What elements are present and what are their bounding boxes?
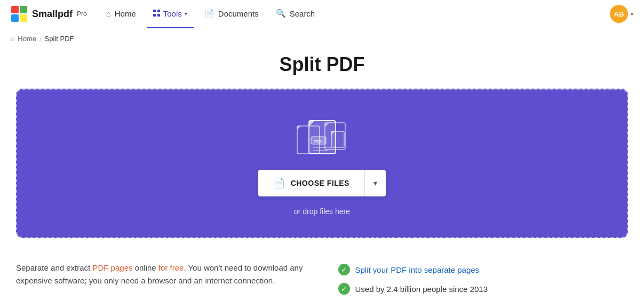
- avatar-chevron-icon: ▾: [631, 11, 633, 17]
- breadcrumb-home-link[interactable]: Home: [18, 35, 36, 43]
- svg-rect-3: [20, 14, 27, 22]
- grid-icon: [153, 10, 161, 17]
- document-icon: 📄: [204, 9, 214, 18]
- check-icon-2: ✓: [338, 283, 350, 295]
- brand-pro: Pro: [77, 10, 87, 18]
- dropzone[interactable]: PDF 📄 CHOOSE FILES ▾ or drop files here: [16, 89, 628, 238]
- breadcrumb: ⌂ Home › Split PDF: [0, 28, 644, 49]
- navbar: Smallpdf Pro ⌂ Home Tools ▾ 📄 Documents …: [0, 0, 644, 28]
- choose-files-button[interactable]: 📄 CHOOSE FILES: [258, 170, 364, 196]
- svg-rect-2: [11, 14, 19, 22]
- breadcrumb-current: Split PDF: [45, 35, 74, 43]
- for-free-link[interactable]: for free: [158, 263, 184, 272]
- drop-hint-text: or drop files here: [294, 207, 350, 216]
- description-section: Separate and extract PDF pages online fo…: [0, 251, 644, 305]
- choose-files-button-group: 📄 CHOOSE FILES ▾: [258, 170, 386, 196]
- page-title: Split PDF: [0, 53, 644, 76]
- svg-rect-11: [331, 131, 344, 147]
- choose-files-dropdown-button[interactable]: ▾: [365, 170, 386, 196]
- feature-text-2: Used by 2.4 billion people since 2013: [355, 285, 488, 294]
- chevron-down-icon: ▾: [185, 11, 187, 17]
- file-icon: 📄: [273, 177, 285, 189]
- features-list: ✓ Split your PDF into separate pages ✓ U…: [338, 262, 629, 295]
- svg-rect-1: [20, 6, 27, 13]
- user-menu[interactable]: AB ▾: [610, 5, 633, 23]
- feature-item-1: ✓ Split your PDF into separate pages: [338, 264, 629, 275]
- choose-files-label: CHOOSE FILES: [291, 179, 349, 187]
- feature-item-2: ✓ Used by 2.4 billion people since 2013: [338, 283, 629, 295]
- svg-text:PDF: PDF: [314, 139, 323, 144]
- dropzone-outer: PDF 📄 CHOOSE FILES ▾ or drop files here: [0, 89, 644, 251]
- home-icon: ⌂: [106, 9, 111, 18]
- nav-home[interactable]: ⌂ Home: [100, 0, 142, 28]
- description-text: Separate and extract PDF pages online fo…: [16, 262, 306, 287]
- page-title-section: Split PDF: [0, 49, 644, 89]
- brand-name: Smallpdf: [32, 9, 73, 20]
- avatar[interactable]: AB: [610, 5, 628, 23]
- split-pdf-link[interactable]: Split your PDF into separate pages: [355, 265, 480, 274]
- check-icon-1: ✓: [338, 264, 350, 275]
- pdf-illustration: PDF: [293, 116, 352, 159]
- breadcrumb-separator: ›: [39, 36, 42, 42]
- search-icon: 🔍: [276, 9, 286, 18]
- breadcrumb-home-icon: ⌂: [11, 35, 14, 43]
- dropdown-chevron-icon: ▾: [373, 179, 377, 187]
- svg-rect-0: [11, 6, 19, 13]
- nav-documents[interactable]: 📄 Documents: [198, 0, 265, 28]
- nav-tools[interactable]: Tools ▾: [147, 0, 194, 28]
- nav-search[interactable]: 🔍 Search: [269, 0, 322, 28]
- brand-logo[interactable]: Smallpdf Pro: [11, 5, 87, 22]
- pdf-pages-link[interactable]: PDF pages: [92, 263, 132, 272]
